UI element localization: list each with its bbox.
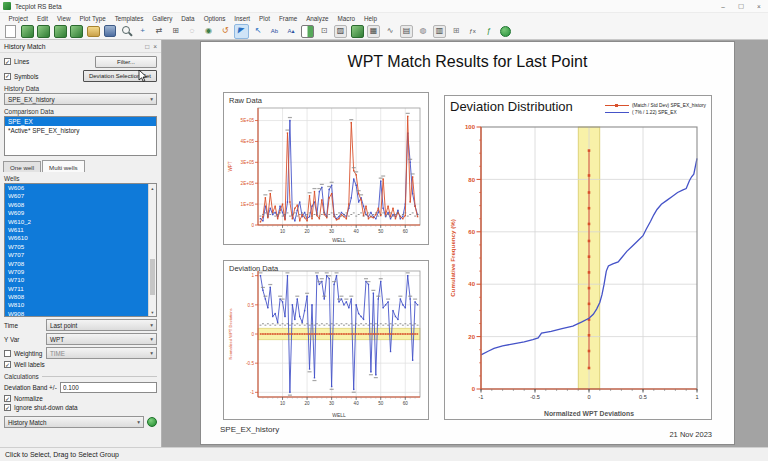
well-item-w705[interactable]: W705 — [5, 243, 148, 251]
normalize-checkbox[interactable]: Normalize — [4, 395, 157, 402]
snapshot-icon[interactable]: ▦ — [367, 25, 380, 38]
well-item-w609[interactable]: W609 — [5, 209, 148, 217]
grid-table-icon[interactable]: ⊞ — [449, 24, 464, 39]
pan-icon[interactable]: + — [135, 24, 150, 39]
text-tool-icon[interactable]: Ab — [267, 24, 282, 39]
lines-checkbox-box[interactable] — [4, 58, 11, 65]
normalize-checkbox-box[interactable] — [4, 395, 11, 402]
open-file-icon[interactable] — [87, 26, 100, 37]
lines-checkbox[interactable]: Lines — [4, 58, 29, 65]
well-item-w610_2[interactable]: W610_2 — [5, 218, 148, 226]
well-item-w709[interactable]: W709 — [5, 268, 148, 276]
well-item-w810[interactable]: W810 — [5, 301, 148, 309]
plot-2d-icon[interactable] — [54, 25, 67, 38]
menu-edit[interactable]: Edit — [33, 15, 53, 22]
tile-frames-icon[interactable] — [301, 25, 314, 38]
data-edit-icon[interactable] — [351, 25, 364, 38]
symbols-checkbox-box[interactable] — [4, 73, 11, 80]
animate-icon[interactable] — [500, 26, 511, 37]
weighting-select[interactable]: TIME ▾ — [46, 347, 157, 359]
wells-list[interactable]: W606W607W608W609W610_2W611W6610W705W707W… — [5, 184, 148, 316]
menu-help[interactable]: Help — [360, 15, 382, 22]
select-pointer-icon[interactable]: ◤ — [234, 24, 249, 39]
menu-plot-type[interactable]: Plot Type — [75, 15, 110, 22]
fit-view-icon[interactable]: ⊞ — [168, 24, 183, 39]
tab-one-well[interactable]: One well — [3, 161, 41, 172]
plot-3d-icon[interactable] — [70, 25, 83, 38]
list-item[interactable]: SPE_EX — [5, 117, 156, 126]
zone-table-icon[interactable]: ▥ — [433, 25, 446, 38]
snap-mode-icon[interactable]: ◌ — [185, 24, 200, 39]
adjust-axis-icon[interactable]: ⇄ — [152, 24, 167, 39]
weighting-checkbox[interactable]: Weighting — [4, 350, 46, 357]
well-item-w708[interactable]: W708 — [5, 260, 148, 268]
load-data-icon[interactable] — [21, 25, 34, 38]
curve-fit-icon[interactable]: ∿ — [383, 24, 398, 39]
yvar-select[interactable]: WPT ▾ — [46, 333, 157, 345]
deviation-band-input[interactable] — [60, 382, 157, 393]
tab-multi-wells[interactable]: Multi wells — [42, 160, 85, 172]
filter-button[interactable]: Filter... — [95, 56, 157, 68]
ignore-shutdown-checkbox[interactable]: Ignore shut-down data — [4, 404, 157, 411]
menu-analyze[interactable]: Analyze — [302, 15, 333, 22]
menu-macro[interactable]: Macro — [333, 15, 360, 22]
plot-xy-icon[interactable] — [37, 25, 50, 38]
comparison-data-list[interactable]: SPE_EX*Active* SPE_EX_history — [4, 116, 157, 156]
page-icon[interactable]: ⊡ — [317, 24, 332, 39]
table-icon[interactable]: ▤ — [400, 25, 413, 38]
menu-project[interactable]: Project — [4, 15, 33, 22]
deviation-data-frame[interactable]: Deviation Data -1-0.500.51102030405060WE… — [223, 260, 429, 420]
tool-mode-select[interactable]: History Match ▾ — [4, 416, 144, 428]
menu-insert[interactable]: Insert — [230, 15, 255, 22]
well-item-w606[interactable]: W606 — [5, 184, 148, 192]
well-item-w711[interactable]: W711 — [5, 285, 148, 293]
list-item[interactable]: *Active* SPE_EX_history — [5, 126, 156, 135]
function-icon[interactable]: ƒ — [482, 24, 497, 39]
style-edit-icon[interactable]: ▨ — [334, 25, 347, 38]
aperture-icon[interactable]: ◍ — [416, 24, 431, 39]
probe-icon[interactable]: ◉ — [201, 24, 216, 39]
undo-icon[interactable]: ↺ — [218, 24, 233, 39]
minimize-button[interactable]: – — [714, 0, 732, 12]
well-item-w710[interactable]: W710 — [5, 276, 148, 284]
history-data-select[interactable]: SPE_EX_history ▾ — [4, 93, 157, 105]
well-item-w707[interactable]: W707 — [5, 251, 148, 259]
geometry-tool-icon[interactable]: A▴ — [284, 24, 299, 39]
float-panel-icon[interactable]: □ — [145, 43, 149, 50]
close-panel-icon[interactable]: × — [153, 43, 157, 50]
deviation-distribution-chart[interactable]: 020406080100-1-0.500.51Normalized WPT De… — [445, 119, 711, 419]
scrollbar-thumb[interactable] — [150, 259, 155, 295]
zoom-icon[interactable] — [119, 24, 134, 39]
time-select[interactable]: Last point ▾ — [46, 319, 157, 331]
refresh-icon[interactable] — [147, 417, 157, 427]
pick-geometry-icon[interactable]: ↖ — [251, 24, 266, 39]
menu-gallery[interactable]: Gallery — [148, 15, 177, 22]
close-button[interactable]: × — [750, 0, 768, 12]
menu-templates[interactable]: Templates — [110, 15, 148, 22]
wells-scrollbar[interactable]: ▴ ▾ — [148, 184, 156, 316]
well-item-w611[interactable]: W611 — [5, 226, 148, 234]
well-item-w908[interactable]: W908 — [5, 310, 148, 317]
menu-options[interactable]: Options — [199, 15, 230, 22]
ignore-shutdown-checkbox-box[interactable] — [4, 404, 11, 411]
scroll-up-icon[interactable]: ▴ — [149, 184, 156, 192]
well-item-w607[interactable]: W607 — [5, 192, 148, 200]
menu-frame[interactable]: Frame — [274, 15, 301, 22]
deviation-data-chart[interactable]: -1-0.500.51102030405060WELLNormalized WP… — [224, 261, 428, 419]
raw-data-chart[interactable]: 01E+052E+053E+054E+055E+05102030405060WE… — [224, 93, 428, 244]
deviation-distribution-frame[interactable]: Deviation Distribution (Match / Std Dev)… — [444, 95, 712, 420]
maximize-button[interactable]: ▢ — [732, 0, 750, 12]
well-labels-checkbox-box[interactable] — [4, 361, 11, 368]
menu-view[interactable]: View — [52, 15, 75, 22]
save-icon[interactable] — [104, 25, 116, 37]
new-layout-icon[interactable] — [5, 25, 16, 38]
scroll-down-icon[interactable]: ▾ — [149, 308, 156, 316]
well-item-w808[interactable]: W808 — [5, 293, 148, 301]
well-labels-checkbox[interactable]: Well labels — [4, 361, 157, 368]
menu-plot[interactable]: Plot — [255, 15, 275, 22]
well-item-w608[interactable]: W608 — [5, 201, 148, 209]
menu-data[interactable]: Data — [177, 15, 199, 22]
weighting-checkbox-box[interactable] — [4, 350, 11, 357]
raw-data-frame[interactable]: Raw Data 01E+052E+053E+054E+055E+0510203… — [223, 92, 429, 245]
well-item-w6610[interactable]: W6610 — [5, 234, 148, 242]
